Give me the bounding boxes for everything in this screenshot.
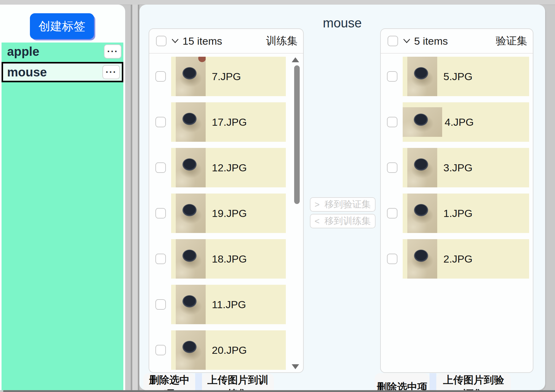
transfer-buttons: > 移到验证集 < 移到训练集 (310, 197, 376, 228)
list-item[interactable]: 12.JPG (149, 148, 303, 187)
item-thumbnail (176, 239, 206, 279)
item-thumbnail (407, 57, 437, 96)
item-row-body: 4.JPG (403, 102, 529, 142)
item-checkbox[interactable] (155, 117, 166, 127)
validation-items-list: 5.JPG 4.JPG 3.JPG 1.JPG 2.JPG (381, 53, 533, 372)
window-top-strip (0, 0, 555, 5)
validation-panel-header: 5 items 验证集 (381, 29, 533, 54)
item-row-body: 7.JPG (171, 57, 286, 96)
select-all-checkbox[interactable] (388, 36, 398, 46)
label-name: apple (7, 45, 39, 59)
scroll-up-icon[interactable] (292, 57, 299, 62)
label-list: apple ··· mouse ··· (2, 43, 123, 390)
validation-set-panel: 5 items 验证集 5.JPG 4.JPG 3.JPG 1.JPG 2 (380, 28, 533, 373)
training-panel-header: 15 items 训练集 (149, 29, 303, 54)
list-item[interactable]: 18.JPG (149, 239, 303, 279)
create-label-button[interactable]: 创建标签 (30, 13, 94, 39)
label-menu-button[interactable]: ··· (104, 44, 121, 59)
item-filename: 4.JPG (445, 116, 474, 128)
item-checkbox[interactable] (387, 117, 397, 127)
move-to-validation-label: 移到验证集 (325, 198, 371, 211)
training-items-list: 7.JPG 17.JPG 12.JPG 19.JPG 18.JPG 11.JPG (149, 53, 303, 372)
item-row-body: 20.JPG (171, 330, 286, 370)
item-checkbox[interactable] (155, 208, 166, 218)
chevron-right-icon: > (314, 200, 319, 210)
training-set-label: 训练集 (266, 34, 298, 48)
training-footer: 删除选中项 上传图片到训练集 (143, 373, 274, 390)
item-filename: 1.JPG (443, 207, 472, 219)
item-filename: 7.JPG (212, 71, 241, 83)
item-checkbox[interactable] (155, 71, 166, 82)
item-checkbox[interactable] (155, 254, 166, 264)
footer-gap (195, 373, 202, 390)
item-filename: 19.JPG (212, 207, 247, 219)
item-row-body: 17.JPG (171, 102, 286, 142)
list-item[interactable]: 19.JPG (149, 194, 303, 233)
item-thumbnail (407, 239, 437, 279)
item-thumbnail (176, 285, 206, 324)
validation-set-label: 验证集 (496, 34, 527, 48)
item-thumbnail (407, 148, 437, 187)
item-filename: 3.JPG (443, 162, 472, 174)
item-thumbnail (176, 330, 206, 370)
item-checkbox[interactable] (387, 162, 397, 173)
item-filename: 17.JPG (212, 116, 247, 128)
item-row-body: 18.JPG (171, 239, 286, 279)
item-row-body: 3.JPG (403, 148, 529, 187)
chevron-down-icon[interactable] (171, 39, 179, 43)
move-to-training-button[interactable]: < 移到训练集 (310, 214, 376, 228)
label-row-mouse-selected[interactable]: mouse ··· (2, 62, 123, 82)
item-filename: 12.JPG (212, 162, 247, 174)
training-set-panel: 15 items 训练集 7.JPG 17.JPG 12.JPG 19.JPG (149, 28, 304, 373)
item-thumbnail (176, 102, 206, 142)
sidebar-vertical-scrollbar[interactable] (131, 5, 139, 390)
item-checkbox[interactable] (387, 71, 397, 82)
item-row-body: 11.JPG (171, 285, 286, 324)
list-item[interactable]: 4.JPG (381, 102, 533, 142)
item-thumbnail (176, 194, 206, 233)
list-item[interactable]: 5.JPG (381, 57, 533, 96)
item-checkbox[interactable] (155, 345, 166, 355)
dataset-detail-card: mouse 15 items 训练集 7.JPG 17.JPG 12.JPG (139, 5, 545, 390)
item-row-body: 12.JPG (171, 148, 286, 187)
list-item[interactable]: 11.JPG (149, 285, 303, 324)
label-name: mouse (7, 65, 47, 79)
label-row-apple[interactable]: apple ··· (2, 43, 123, 60)
label-menu-button[interactable]: ··· (102, 65, 120, 79)
chevron-left-icon: < (314, 216, 319, 226)
scroll-down-icon[interactable] (292, 364, 299, 369)
scrollbar-thumb[interactable] (294, 65, 300, 204)
item-checkbox[interactable] (155, 162, 166, 173)
item-row-body: 19.JPG (171, 194, 286, 233)
move-to-validation-button[interactable]: > 移到验证集 (310, 197, 376, 212)
item-thumbnail (176, 57, 206, 96)
horizontal-scrollbar[interactable] (3, 390, 555, 392)
item-row-body: 5.JPG (403, 57, 529, 96)
upload-to-validation-button[interactable]: 上传图片到验证集 (436, 373, 511, 390)
item-filename: 18.JPG (212, 253, 247, 265)
list-item[interactable]: 2.JPG (381, 239, 533, 279)
move-to-training-label: 移到训练集 (325, 215, 371, 227)
label-sidebar: 创建标签 apple ··· mouse ··· (0, 5, 125, 390)
footer-gap (430, 373, 436, 390)
items-count: 15 items (183, 35, 222, 47)
upload-to-training-button[interactable]: 上传图片到训练集 (202, 373, 274, 390)
item-thumbnail (403, 107, 442, 137)
item-filename: 20.JPG (212, 344, 247, 356)
item-checkbox[interactable] (155, 299, 166, 310)
delete-selected-button[interactable]: 删除选中项 (375, 373, 430, 390)
item-row-body: 2.JPG (403, 239, 529, 279)
list-item[interactable]: 1.JPG (381, 194, 533, 233)
item-checkbox[interactable] (387, 254, 397, 264)
list-item[interactable]: 3.JPG (381, 148, 533, 187)
item-filename: 5.JPG (443, 71, 472, 83)
item-thumbnail (407, 194, 437, 233)
item-filename: 2.JPG (443, 253, 472, 265)
list-item[interactable]: 7.JPG (149, 57, 303, 96)
list-item[interactable]: 20.JPG (149, 330, 303, 370)
delete-selected-button[interactable]: 删除选中项 (143, 373, 195, 390)
chevron-down-icon[interactable] (403, 39, 410, 43)
item-checkbox[interactable] (387, 208, 397, 218)
list-item[interactable]: 17.JPG (149, 102, 303, 142)
select-all-checkbox[interactable] (156, 36, 166, 46)
